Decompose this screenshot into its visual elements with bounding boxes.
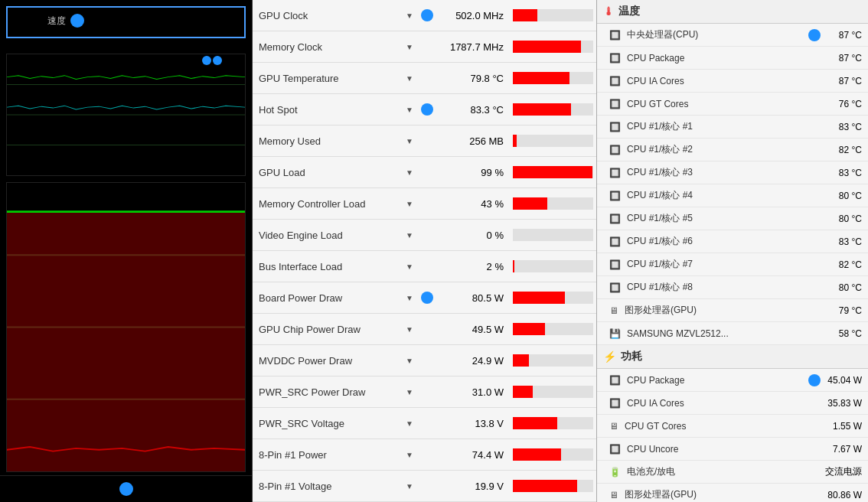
metric-dropdown-1[interactable]: ▼ (406, 43, 421, 51)
temp-value-9: 83 °C (824, 236, 862, 247)
metric-name-1: Memory Clock (253, 38, 406, 56)
temperature-label: 温度 (618, 5, 640, 18)
metric-bar-fill-13 (513, 417, 557, 429)
power-row-1[interactable]: 🔲 CPU IA Cores 35.83 W (597, 392, 868, 415)
metric-dropdown-8[interactable]: ▼ (406, 262, 421, 271)
temp-row-8[interactable]: 🔲 CPU #1/核心 #5 80 °C (597, 207, 868, 230)
metric-bar-fill-10 (513, 323, 545, 335)
metric-bar-bg-0 (513, 9, 593, 21)
metric-bar-bg-1 (513, 41, 593, 53)
metric-bar-7 (510, 229, 596, 241)
temp-name-0: 中央处理器(CPU) (627, 28, 805, 41)
metric-row[interactable]: PWR_SRC Power Draw ▼ 31.0 W (253, 376, 596, 408)
metric-dropdown-9[interactable]: ▼ (406, 294, 421, 302)
metric-value-7: 0 % (433, 230, 510, 241)
temp-row-3[interactable]: 🔲 CPU GT Cores 76 °C (597, 93, 868, 116)
metric-row[interactable]: Video Engine Load ▼ 0 % (253, 220, 596, 251)
temp-row-2[interactable]: 🔲 CPU IA Cores 87 °C (597, 70, 868, 93)
metric-label-7: Video Engine Load (259, 230, 343, 241)
metric-dropdown-2[interactable]: ▼ (406, 74, 421, 83)
metric-row[interactable]: Board Power Draw ▼ 80.5 W (253, 282, 596, 314)
metric-row[interactable]: PWR_SRC Voltage ▼ 13.8 V (253, 408, 596, 439)
metric-dropdown-5[interactable]: ▼ (406, 168, 421, 177)
power-row-0[interactable]: 🔲 CPU Package 45.04 W (597, 369, 868, 392)
metric-value-13: 13.8 V (433, 418, 510, 429)
metrics-scroll[interactable]: GPU Clock ▼ 502.0 MHz Memory Clock ▼ 178… (253, 0, 596, 502)
metric-bar-11 (510, 354, 596, 367)
temp-row-12[interactable]: 🖥 图形处理器(GPU) 79 °C (597, 299, 868, 322)
power-header: ⚡功耗 (597, 345, 868, 369)
metric-row[interactable]: Memory Used ▼ 256 MB (253, 126, 596, 157)
metric-dropdown-0[interactable]: ▼ (406, 11, 421, 20)
metric-dropdown-6[interactable]: ▼ (406, 200, 421, 208)
metric-bar-fill-0 (513, 9, 537, 21)
temp-name-3: CPU GT Cores (627, 99, 821, 109)
metric-name-13: PWR_SRC Voltage (253, 415, 406, 432)
metric-dropdown-10[interactable]: ▼ (406, 325, 421, 334)
lightning-icon: ⚡ (603, 350, 616, 363)
metric-dropdown-12[interactable]: ▼ (406, 388, 421, 396)
metric-dropdown-13[interactable]: ▼ (406, 419, 421, 428)
power-value-5: 80.86 W (824, 490, 862, 500)
metric-row[interactable]: GPU Clock ▼ 502.0 MHz (253, 0, 596, 31)
power-value-0: 45.04 W (824, 375, 862, 386)
metric-dropdown-11[interactable]: ▼ (406, 357, 421, 365)
temp-row-6[interactable]: 🔲 CPU #1/核心 #3 83 °C (597, 161, 868, 184)
graph-svg-1 (7, 54, 245, 175)
metric-row[interactable]: GPU Temperature ▼ 79.8 °C (253, 63, 596, 94)
temp-row-10[interactable]: 🔲 CPU #1/核心 #7 82 °C (597, 253, 868, 276)
metric-row[interactable]: Memory Clock ▼ 1787.7 MHz (253, 31, 596, 63)
power-row-5[interactable]: 🖥 图形处理器(GPU) 80.86 W (597, 484, 868, 502)
metric-row[interactable]: Hot Spot ▼ 83.3 °C (253, 94, 596, 126)
metric-name-6: Memory Controller Load (253, 195, 406, 213)
metric-bar-4 (510, 135, 596, 147)
metric-row[interactable]: 8-Pin #1 Voltage ▼ 19.9 V (253, 471, 596, 502)
metric-dropdown-15[interactable]: ▼ (406, 482, 421, 491)
temp-row-13[interactable]: 💾 SAMSUNG MZVL2512... 58 °C (597, 322, 868, 345)
metric-name-15: 8-Pin #1 Voltage (253, 478, 406, 495)
metric-name-5: GPU Load (253, 164, 406, 181)
metric-bar-15 (510, 480, 596, 492)
metric-name-11: MVDDC Power Draw (253, 352, 406, 370)
metric-value-9: 80.5 W (433, 292, 510, 304)
metric-name-12: PWR_SRC Power Draw (253, 383, 406, 401)
metric-row[interactable]: GPU Chip Power Draw ▼ 49.5 W (253, 314, 596, 345)
metric-label-2: GPU Temperature (259, 73, 339, 84)
metric-value-12: 31.0 W (433, 386, 510, 398)
temp-row-0[interactable]: 🔲 中央处理器(CPU) 87 °C (597, 24, 868, 47)
temp-icon-11: 🔲 (609, 282, 621, 293)
metric-dropdown-3[interactable]: ▼ (406, 106, 421, 114)
temp-icon-5: 🔲 (609, 145, 621, 155)
power-value-4: 交流电源 (824, 465, 862, 478)
elapsed-row (0, 475, 252, 502)
temp-row-11[interactable]: 🔲 CPU #1/核心 #8 80 °C (597, 276, 868, 299)
metric-label-8: Bus Interface Load (259, 261, 342, 272)
power-icon-4: 🔋 (609, 467, 621, 478)
metric-bar-bg-15 (513, 480, 593, 492)
metric-row[interactable]: Bus Interface Load ▼ 2 % (253, 251, 596, 282)
metric-row[interactable]: Memory Controller Load ▼ 43 % (253, 188, 596, 220)
metric-row[interactable]: MVDDC Power Draw ▼ 24.9 W (253, 345, 596, 376)
metric-value-4: 256 MB (433, 135, 510, 147)
temp-value-3: 76 °C (824, 99, 862, 109)
temp-row-7[interactable]: 🔲 CPU #1/核心 #4 80 °C (597, 184, 868, 207)
metric-dropdown-14[interactable]: ▼ (406, 451, 421, 459)
metric-dropdown-4[interactable]: ▼ (406, 137, 421, 145)
metric-name-0: GPU Clock (253, 7, 406, 24)
power-row-2[interactable]: 🖥 CPU GT Cores 1.55 W (597, 415, 868, 438)
temp-name-13: SAMSUNG MZVL2512... (627, 328, 821, 339)
metric-row[interactable]: 8-Pin #1 Power ▼ 74.4 W (253, 439, 596, 471)
metric-row[interactable]: GPU Load ▼ 99 % (253, 157, 596, 188)
metric-bar-bg-7 (513, 229, 593, 241)
power-row-3[interactable]: 🔲 CPU Uncore 7.67 W (597, 438, 868, 461)
power-name-5: 图形处理器(GPU) (625, 488, 821, 501)
metric-value-6: 43 % (433, 198, 510, 210)
power-row-4[interactable]: 🔋 电池充/放电 交流电源 (597, 461, 868, 484)
temp-row-5[interactable]: 🔲 CPU #1/核心 #2 82 °C (597, 139, 868, 161)
temp-name-9: CPU #1/核心 #6 (627, 235, 821, 248)
temp-dot-0 (808, 29, 821, 41)
metric-dropdown-7[interactable]: ▼ (406, 231, 421, 240)
temp-row-9[interactable]: 🔲 CPU #1/核心 #6 83 °C (597, 230, 868, 253)
temp-row-4[interactable]: 🔲 CPU #1/核心 #1 83 °C (597, 116, 868, 139)
temp-row-1[interactable]: 🔲 CPU Package 87 °C (597, 47, 868, 70)
